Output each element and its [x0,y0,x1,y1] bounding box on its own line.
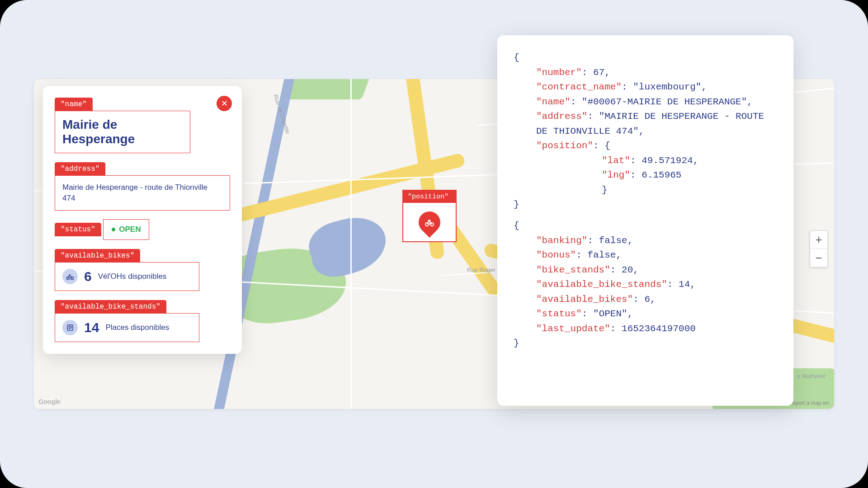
zoom-out-button[interactable]: − [810,249,827,267]
field-available-stands: "available_bike_stands" 14 Places dispon… [55,300,230,342]
stands-label: Places disponibles [105,323,169,332]
json-key: "position" [536,141,593,151]
json-key: "banking" [536,235,587,246]
json-key: "bike_stands" [536,265,610,275]
available-bikes-tag-label: "available_bikes" [55,249,140,263]
park-shape [280,79,371,99]
json-key: "bonus" [536,250,576,260]
station-info-card: ✕ "name" Mairie de Hesperange "address" … [43,86,242,354]
stands-count: 14 [84,320,99,335]
json-value: 20 [622,265,633,275]
json-value: false [587,250,616,260]
bikes-count: 6 [84,269,92,284]
pin-container [403,203,456,241]
address-tag-label: "address" [55,162,105,176]
status-tag-label: "status" [55,223,101,236]
json-key: "available_bike_stands" [536,279,667,290]
json-key: "address" [536,111,587,122]
street-label: c Rothweit [797,373,825,380]
json-key: "lat" [602,155,630,166]
available-stands-tag-label: "available_bike_stands" [55,300,166,314]
json-value: false [599,235,627,246]
report-map-error-link[interactable]: Report a map err [788,400,830,406]
json-value: "OPEN" [593,309,627,319]
json-value: 1652364197000 [622,324,696,334]
status-value: OPEN [119,225,141,234]
json-brace: { [514,51,777,66]
position-tag-label: "position" [403,191,456,203]
json-key: "status" [536,309,582,319]
google-attribution: Google [38,398,61,405]
json-value: 6 [644,294,650,305]
field-status: "status" OPEN [55,220,230,240]
json-brace: } [514,197,777,212]
json-key: "contract_name" [536,82,622,92]
json-value: 67 [593,67,604,78]
map-marker-position[interactable]: "position" [402,190,457,242]
field-available-bikes: "available_bikes" 6 Vél'OHs disponibles [55,249,230,291]
bikes-label: Vél'OHs disponibles [98,272,167,281]
json-response-panel: { "number": 67, "contract_name": "luxemb… [497,35,793,406]
json-key: "name" [536,97,571,107]
json-value: 14 [679,279,690,290]
bike-pin-icon [414,207,445,238]
zoom-in-button[interactable]: + [810,231,827,249]
json-key: "lng" [602,170,630,180]
json-value: "luxembourg" [633,82,701,92]
status-dot-icon [112,228,115,231]
svg-rect-4 [67,325,73,330]
field-address: "address" Mairie de Hesperange - route d… [55,162,230,211]
page-container: Rue de l'Alzette All. Rue Roger Werc c R… [0,0,868,488]
json-value: 6.15965 [642,170,681,180]
field-name: "name" Mairie de Hesperange [55,98,230,153]
station-name: Mairie de Hesperange [62,117,183,146]
json-value: "#00067-MAIRIE DE HESPERANGE" [582,97,747,107]
json-key: "number" [536,67,582,78]
json-brace: } [514,336,777,351]
name-tag-label: "name" [55,98,93,111]
json-value: 49.571924 [642,155,693,166]
parking-icon [62,320,78,335]
json-brace: { [514,219,777,234]
street-line [350,79,352,409]
json-key: "last_update" [536,324,610,334]
station-address: Mairie de Hesperange - route de Thionvil… [62,182,222,204]
json-key: "available_bikes" [536,294,633,305]
zoom-control: + − [810,230,828,267]
bike-icon [62,269,78,284]
